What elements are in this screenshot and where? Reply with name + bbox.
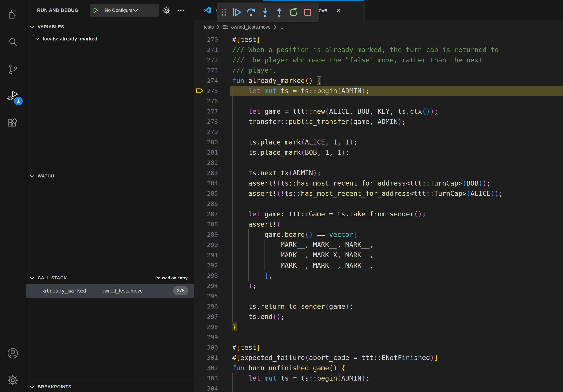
close-icon[interactable]: × bbox=[334, 6, 343, 15]
code-line-content[interactable] bbox=[232, 383, 563, 392]
call-stack-frame-row[interactable]: already_marked owned_tests.move 275 bbox=[26, 284, 194, 298]
code-line-content[interactable]: #[expected_failure(abort_code = ttt::ENo… bbox=[232, 353, 563, 363]
line-number[interactable]: 286 bbox=[194, 198, 218, 209]
restart-button[interactable] bbox=[287, 6, 300, 19]
code-line-content[interactable] bbox=[232, 332, 563, 342]
line-number[interactable]: 287 bbox=[194, 209, 218, 219]
line-number[interactable]: 282 bbox=[194, 157, 218, 168]
line-number[interactable]: 279 bbox=[194, 127, 218, 137]
line-number[interactable]: 302 bbox=[194, 363, 218, 373]
code-line-content[interactable]: MARK__, MARK__, MARK__, bbox=[232, 240, 563, 250]
code-line-content[interactable]: ts.place_mark(BOB, 1, 1); bbox=[232, 147, 563, 157]
code-line-content[interactable]: ts.return_to_sender(game); bbox=[232, 301, 563, 312]
code-line-content[interactable]: let game: ttt::Game = ts.take_from_sende… bbox=[232, 209, 563, 219]
code-line-content[interactable]: fun burn_unfinished_game() { bbox=[232, 363, 563, 373]
line-number[interactable]: 294 bbox=[194, 281, 218, 291]
line-number[interactable]: 297 bbox=[194, 312, 218, 322]
run-configuration-control[interactable]: No Configura bbox=[90, 4, 159, 17]
code-line-content[interactable]: let mut ts = ts::begin(ADMIN); bbox=[232, 86, 563, 96]
line-number[interactable]: 280 bbox=[194, 137, 218, 147]
line-number[interactable]: 276 bbox=[194, 96, 218, 106]
code-line-content[interactable]: ts.place_mark(ALICE, 1, 1); bbox=[232, 137, 563, 147]
line-number[interactable]: 284 bbox=[194, 178, 218, 188]
line-number[interactable]: 293 bbox=[194, 270, 218, 281]
line-number[interactable]: 285 bbox=[194, 188, 218, 198]
line-number[interactable]: 274 bbox=[194, 75, 218, 86]
variables-scope-locals[interactable]: locals: already_marked bbox=[26, 33, 194, 44]
line-number[interactable]: 278 bbox=[194, 117, 218, 127]
code-line-content[interactable]: assert!(!ts::has_most_recent_for_address… bbox=[232, 188, 563, 198]
code-line-content[interactable]: ], bbox=[232, 270, 563, 281]
line-number[interactable]: 290 bbox=[194, 240, 218, 250]
line-number[interactable]: 291 bbox=[194, 250, 218, 260]
line-number[interactable]: 277 bbox=[194, 106, 218, 117]
line-number[interactable]: 270 bbox=[194, 34, 218, 45]
config-dropdown-label[interactable]: No Configura bbox=[105, 8, 133, 13]
code-line-content[interactable] bbox=[232, 157, 563, 168]
debug-settings-button[interactable] bbox=[161, 0, 172, 21]
line-number[interactable]: 298 bbox=[194, 322, 218, 332]
code-line-content[interactable]: let mut ts = ts::begin(ADMIN); bbox=[232, 373, 563, 383]
breadcrumb-item-symbol[interactable]: ... bbox=[279, 24, 283, 30]
line-number[interactable]: 300 bbox=[194, 342, 218, 353]
code-line-content[interactable]: /// player. bbox=[232, 65, 563, 75]
section-header-breakpoints[interactable]: BREAKPOINTS bbox=[26, 381, 194, 392]
vscode-window: 1 RUN AND DEBUG No Configura VARIABLES bbox=[0, 0, 563, 392]
breadcrumb-item-file[interactable]: owned_tests.move bbox=[231, 24, 271, 30]
code-line-content[interactable]: #[test] bbox=[232, 34, 563, 45]
line-number[interactable]: 299 bbox=[194, 332, 218, 342]
code-line-content[interactable]: MARK__, MARK_X, MARK__, bbox=[232, 250, 563, 260]
settings-button[interactable] bbox=[0, 369, 26, 391]
code-line-content[interactable]: MARK__, MARK__, MARK__, bbox=[232, 260, 563, 270]
code-line-content[interactable] bbox=[232, 96, 563, 106]
code-line-content[interactable] bbox=[232, 198, 563, 209]
line-number[interactable]: 295 bbox=[194, 291, 218, 301]
line-number[interactable]: 281 bbox=[194, 147, 218, 157]
line-number[interactable]: 292 bbox=[194, 260, 218, 270]
code-line-content[interactable] bbox=[232, 291, 563, 301]
sidebar-item-run-and-debug[interactable]: 1 bbox=[0, 86, 26, 107]
code-line-content[interactable]: ts.next_tx(ADMIN); bbox=[232, 168, 563, 178]
sidebar-item-explorer[interactable] bbox=[0, 3, 26, 25]
code-line-content[interactable]: #[test] bbox=[232, 342, 563, 353]
code-line-content[interactable]: assert!( bbox=[232, 219, 563, 229]
code-line-content[interactable]: /// the player who made the "false" move… bbox=[232, 55, 563, 65]
line-number[interactable]: 303 bbox=[194, 373, 218, 383]
line-number[interactable]: 271 bbox=[194, 45, 218, 55]
sidebar-item-extensions[interactable] bbox=[0, 113, 26, 135]
code-line-content[interactable]: fun already_marked() { bbox=[232, 75, 563, 86]
code-line-content[interactable]: let game = ttt::new(ALICE, BOB, KEY, ts.… bbox=[232, 106, 563, 117]
step-over-button[interactable] bbox=[244, 6, 257, 19]
section-header-watch[interactable]: WATCH bbox=[26, 170, 194, 182]
line-number[interactable]: 272 bbox=[194, 55, 218, 65]
breadcrumb-item-tests[interactable]: tests bbox=[204, 24, 214, 30]
continue-button[interactable] bbox=[230, 6, 243, 19]
code-line-content[interactable]: assert!(ts::has_most_recent_for_address<… bbox=[232, 178, 563, 188]
line-number[interactable]: 289 bbox=[194, 229, 218, 240]
line-number[interactable]: 288 bbox=[194, 219, 218, 229]
sidebar-item-source-control[interactable] bbox=[0, 58, 26, 80]
account-button[interactable] bbox=[0, 342, 26, 364]
code-line-content[interactable]: } bbox=[232, 322, 563, 332]
more-actions-button[interactable] bbox=[175, 0, 186, 21]
sidebar-item-search[interactable] bbox=[0, 31, 26, 53]
stop-button[interactable] bbox=[301, 6, 314, 19]
code-line-content[interactable]: ts.end(); bbox=[232, 312, 563, 322]
toolbar-drag-handle[interactable] bbox=[219, 6, 229, 19]
section-header-call-stack[interactable]: CALL STACK Paused on entry bbox=[26, 272, 194, 283]
sidebar-title: RUN AND DEBUG bbox=[37, 0, 78, 21]
line-number[interactable]: 296 bbox=[194, 301, 218, 312]
step-out-button[interactable] bbox=[273, 6, 286, 19]
code-line-content[interactable]: /// When a position is already marked, t… bbox=[232, 45, 563, 55]
code-line-content[interactable]: transfer::public_transfer(game, ADMIN); bbox=[232, 117, 563, 127]
line-number[interactable]: 283 bbox=[194, 168, 218, 178]
start-debug-button[interactable] bbox=[90, 4, 102, 17]
section-header-variables[interactable]: VARIABLES bbox=[26, 21, 194, 32]
line-number[interactable]: 273 bbox=[194, 65, 218, 75]
code-line-content[interactable] bbox=[232, 127, 563, 137]
line-number[interactable]: 301 bbox=[194, 353, 218, 363]
step-into-button[interactable] bbox=[259, 6, 272, 19]
code-line-content[interactable]: game.board() == vector[ bbox=[232, 229, 563, 240]
code-line-content[interactable]: ); bbox=[232, 281, 563, 291]
line-number[interactable]: 304 bbox=[194, 383, 218, 392]
